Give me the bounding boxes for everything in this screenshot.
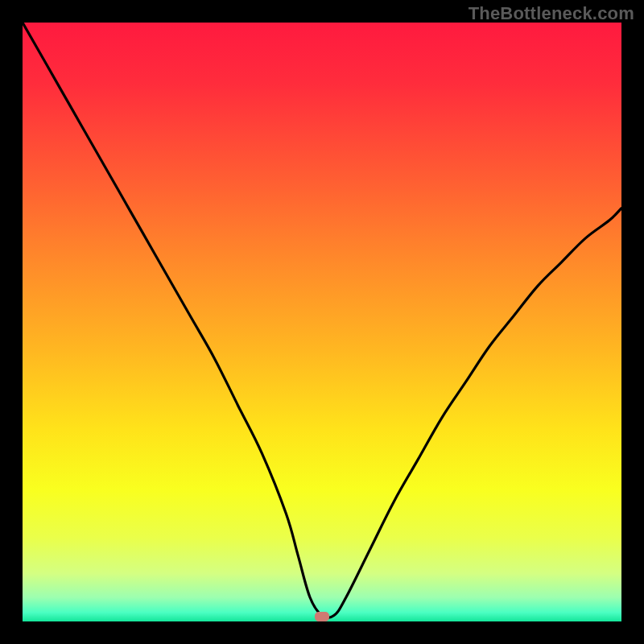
watermark-text: TheBottleneck.com xyxy=(469,3,634,24)
plot-area xyxy=(23,23,621,621)
chart-frame: TheBottleneck.com xyxy=(0,0,644,644)
optimal-point-marker xyxy=(315,612,329,621)
bottleneck-chart xyxy=(23,23,621,621)
gradient-background xyxy=(23,23,621,621)
